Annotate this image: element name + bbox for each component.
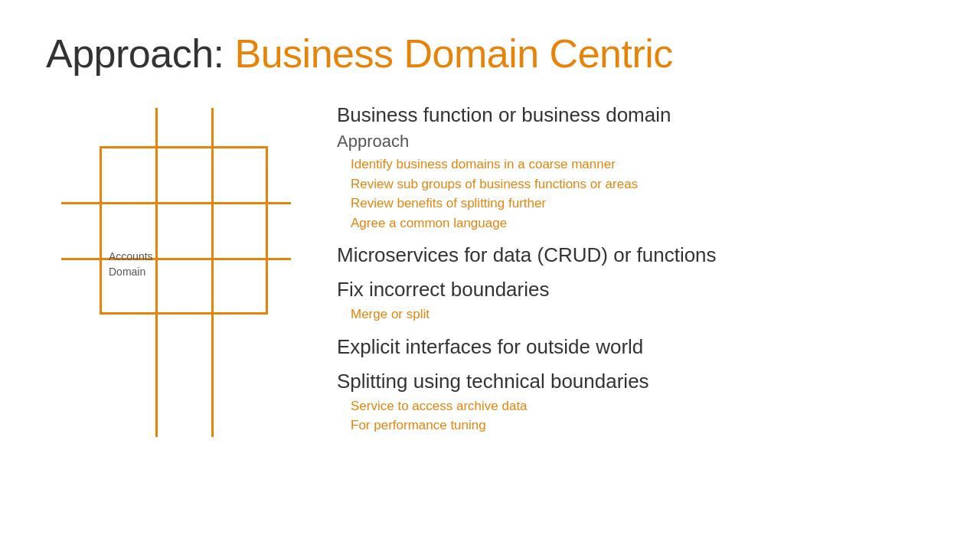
fix-boundaries-heading: Fix incorrect boundaries [337, 278, 934, 302]
accounts-domain-label: Accounts Domain [109, 249, 153, 279]
inner-hline1 [100, 202, 268, 204]
hline1-left [61, 202, 100, 204]
vline1-bottom [155, 315, 158, 437]
hline2-right [268, 258, 291, 260]
bullet-review-sub: Review sub groups of business functions … [351, 174, 934, 194]
outer-rect [100, 146, 268, 315]
fix-boundaries-bullets: Merge or split [337, 305, 934, 324]
vline2-top [211, 108, 214, 146]
slide: Approach: Business Domain Centric [0, 0, 980, 551]
microservices-heading: Microservices for data (CRUD) or functio… [337, 243, 934, 267]
hline1-right [268, 202, 291, 204]
hline2-left [61, 258, 100, 260]
business-function-heading: Business function or business domain [337, 103, 934, 127]
grid-diagram: Accounts Domain [61, 108, 291, 437]
content-area: Accounts Domain Business function or bus… [46, 99, 934, 439]
splitting-technical-bullets: Service to access archive data For perfo… [337, 396, 934, 435]
slide-title: Approach: Business Domain Centric [46, 31, 934, 77]
inner-vline1 [155, 146, 158, 315]
bullet-service-archive: Service to access archive data [351, 396, 934, 416]
bullet-identify: Identify business domains in a coarse ma… [351, 155, 934, 174]
bullet-agree: Agree a common language [351, 214, 934, 233]
splitting-technical-heading: Splitting using technical boundaries [337, 370, 934, 393]
title-highlight: Business Domain Centric [235, 31, 673, 76]
vline1-top [155, 108, 158, 146]
vline2-bottom [211, 315, 214, 437]
bullet-merge-split: Merge or split [351, 305, 934, 324]
explicit-interfaces-heading: Explicit interfaces for outside world [337, 335, 934, 359]
approach-heading: Approach [337, 132, 934, 152]
bullet-review-benefits: Review benefits of splitting further [351, 194, 934, 214]
inner-vline2 [211, 146, 214, 315]
bullet-performance: For performance tuning [351, 416, 934, 435]
approach-bullets: Identify business domains in a coarse ma… [337, 155, 934, 233]
text-area: Business function or business domain App… [337, 99, 934, 439]
diagram-area: Accounts Domain [46, 107, 306, 439]
title-prefix: Approach: [46, 31, 235, 76]
